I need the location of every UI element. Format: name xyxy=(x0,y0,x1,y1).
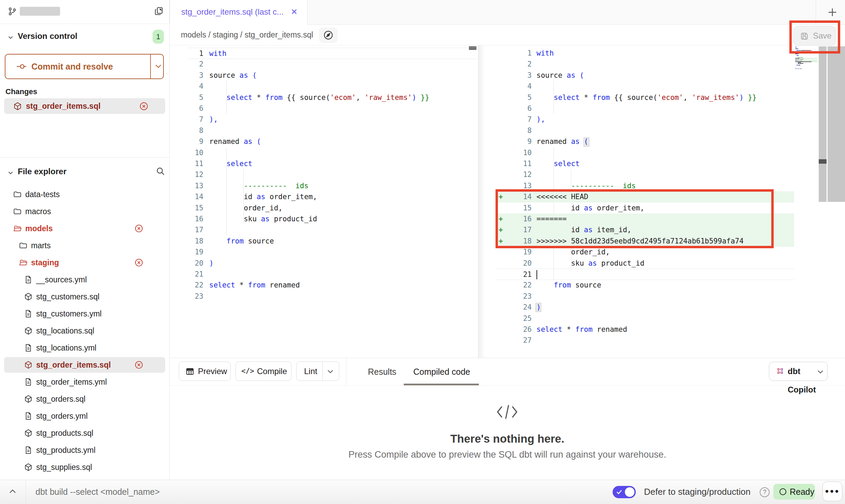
lint-label: Lint xyxy=(304,362,317,381)
preview-button[interactable]: Preview xyxy=(179,361,231,381)
code-line: 13 ---------- ids xyxy=(188,180,478,192)
line-number: 6 xyxy=(497,103,532,114)
scrollbar-thumb[interactable] xyxy=(819,159,827,164)
code-line: 22 from source xyxy=(497,280,794,291)
code-text: select * from {{ source('ecom', 'raw_ite… xyxy=(209,92,429,103)
code-text: select xyxy=(209,158,252,169)
code-line: 10 xyxy=(497,147,794,159)
line-number: 15 xyxy=(188,203,203,213)
code-line: 26select * from renamed xyxy=(497,324,794,335)
empty-state-subtitle: Press Compile above to preview the SQL d… xyxy=(170,449,845,460)
empty-state-title: There's nothing here. xyxy=(170,432,845,445)
code-line: 2 xyxy=(188,59,478,70)
code-line: 19 order_id, xyxy=(497,247,794,258)
line-number: 3 xyxy=(497,70,532,81)
compile-button[interactable]: </> Compile xyxy=(235,361,291,381)
help-icon[interactable]: ? xyxy=(760,487,770,497)
more-options-button[interactable]: ●●● xyxy=(822,481,842,501)
minimap-line xyxy=(795,55,818,56)
line-number: 24 xyxy=(497,302,532,313)
code-line: 12 xyxy=(188,169,478,180)
minimap-line xyxy=(795,67,818,68)
dbt-copilot-button[interactable]: dbt Copilot xyxy=(769,362,828,381)
divider xyxy=(170,385,845,386)
code-line: 1with xyxy=(497,48,794,59)
code-line: 19 xyxy=(188,247,478,258)
annotation-box-conflict xyxy=(496,189,774,248)
line-number: 16 xyxy=(188,213,203,224)
tab-compiled-code[interactable]: Compiled code xyxy=(413,362,470,381)
code-line: 15 order_id, xyxy=(188,203,478,214)
line-number: 10 xyxy=(188,147,203,158)
line-number: 26 xyxy=(497,324,532,335)
diff-editor[interactable]: 1with23source as (45 select * from {{ so… xyxy=(0,0,845,504)
line-number: 6 xyxy=(188,103,203,114)
scrollbar-track[interactable] xyxy=(819,46,827,202)
line-number: 4 xyxy=(497,81,532,92)
chevron-down-icon[interactable] xyxy=(327,370,334,374)
copilot-sparkle-icon xyxy=(775,367,785,377)
line-number: 1 xyxy=(497,48,532,59)
line-number: 2 xyxy=(188,59,203,70)
compile-label: Compile xyxy=(257,362,287,381)
defer-label: Defer to staging/production xyxy=(644,480,750,504)
code-text: with xyxy=(536,48,554,59)
copilot-label: dbt Copilot xyxy=(788,362,827,399)
toggle-knob xyxy=(625,487,634,497)
code-text: id as order_item, xyxy=(209,191,317,202)
code-text: source as ( xyxy=(536,70,584,81)
tab-title: stg_order_items.sql (last c... xyxy=(181,0,284,24)
lint-button[interactable]: Lint xyxy=(296,361,339,381)
code-text: select * from renamed xyxy=(209,280,300,291)
scrollbar-track[interactable] xyxy=(828,46,845,202)
code-line: 14 id as order_item, xyxy=(188,191,478,203)
minimap-line xyxy=(795,69,818,70)
code-line: 9renamed as ( xyxy=(188,136,478,147)
tab-stg-order-items[interactable]: stg_order_items.sql (last c... ✕ xyxy=(170,0,307,25)
command-input[interactable]: dbt build --select <model_name> xyxy=(35,480,160,504)
minimap-line xyxy=(795,66,818,66)
check-icon xyxy=(616,489,622,495)
minimap-line xyxy=(795,62,818,63)
line-number: 8 xyxy=(497,125,532,136)
code-text: sku as product_id xyxy=(536,258,644,269)
chevron-down-icon[interactable] xyxy=(817,370,824,374)
line-number: 12 xyxy=(188,169,203,180)
line-number: 20 xyxy=(188,258,203,269)
code-line: 1with xyxy=(188,48,478,59)
line-number: 9 xyxy=(188,136,203,147)
minimap-line xyxy=(795,55,818,55)
line-number: 17 xyxy=(188,224,203,235)
code-text: ) xyxy=(209,258,214,269)
tab-results[interactable]: Results xyxy=(368,362,396,381)
defer-toggle[interactable] xyxy=(613,486,636,498)
line-number: 19 xyxy=(188,247,203,257)
pane-shadow xyxy=(478,45,485,358)
code-icon: </> xyxy=(241,362,254,381)
code-text: order_id, xyxy=(536,247,610,257)
code-line: 5 select * from {{ source('ecom', 'raw_i… xyxy=(188,92,478,103)
code-text: select * from {{ source('ecom', 'raw_ite… xyxy=(536,92,757,103)
chevron-up-icon[interactable] xyxy=(8,488,17,494)
code-text: from source xyxy=(536,280,601,291)
close-icon[interactable]: ✕ xyxy=(290,8,299,16)
line-number: 13 xyxy=(188,180,203,191)
dbt-ide-app: Version control 1 Commit and resolve Cha… xyxy=(0,0,845,504)
minimap-line xyxy=(795,54,818,54)
code-text: ) xyxy=(536,302,541,313)
line-number: 1 xyxy=(188,48,203,59)
line-number: 20 xyxy=(497,258,532,269)
divider xyxy=(170,358,845,358)
code-line: 8 xyxy=(188,125,478,136)
code-line: 5 select * from {{ source('ecom', 'raw_i… xyxy=(497,92,794,103)
divider xyxy=(323,362,323,381)
minimap-line xyxy=(795,60,818,60)
code-line: 21 xyxy=(188,269,478,280)
code-line: 20) xyxy=(188,258,478,269)
line-number: 19 xyxy=(497,247,532,257)
code-line: 4 xyxy=(188,81,478,92)
code-line: 3source as ( xyxy=(188,70,478,81)
line-number: 27 xyxy=(497,335,532,346)
code-text: select xyxy=(536,158,579,169)
code-line: 9renamed as ( xyxy=(497,136,794,147)
